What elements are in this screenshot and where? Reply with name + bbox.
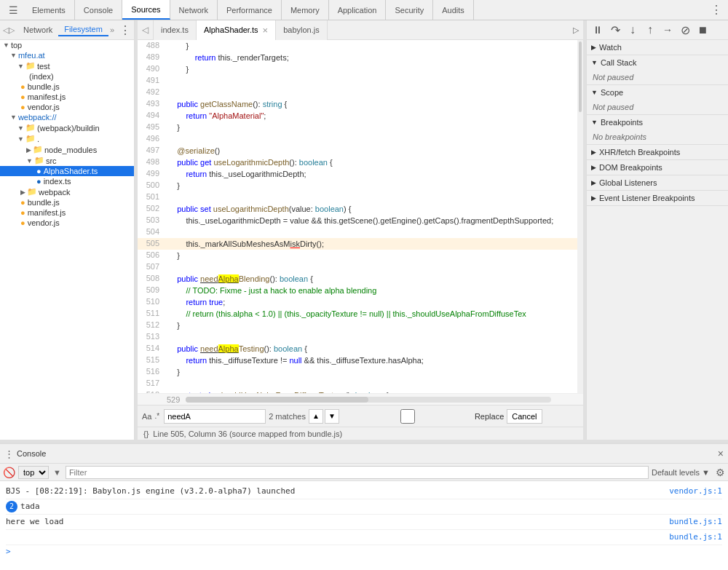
devtools-menu-icon[interactable]: ☰ (9, 4, 18, 16)
console-clear-button[interactable]: 🚫 (3, 465, 15, 480)
tab-application[interactable]: Application (329, 0, 387, 20)
find-cancel-button[interactable]: Cancel (507, 409, 542, 424)
tab-security[interactable]: Security (386, 0, 433, 20)
tab-babylon-js[interactable]: babylon.js (276, 20, 328, 40)
tree-item-mfeu[interactable]: ▼ mfeu.at (0, 50, 134, 60)
callstack-header[interactable]: ▼ Call Stack (587, 55, 728, 70)
chevron-down-icon: ▼ (26, 157, 33, 165)
log-text-bjs: BJS - [08:22:19]: Babylon.js engine (v3.… (6, 486, 669, 497)
debug-step-into-button[interactable]: ↓ (625, 22, 641, 38)
tree-item-index-html[interactable]: (index) (0, 71, 134, 82)
tree-item-webpack-buildin[interactable]: ▼ 📁 (webpack)/buildin (0, 122, 134, 133)
tab-alphashader-ts[interactable]: AlphaShader.ts × (197, 20, 276, 40)
tree-item-manifest-js[interactable]: ● manifest.js (0, 92, 134, 102)
event-breakpoints-header[interactable]: ▶ Event Listener Breakpoints (587, 191, 728, 205)
tree-item-node-modules[interactable]: ▶ 📁 node_modules (0, 144, 134, 155)
horizontal-scrollbar[interactable] (186, 397, 551, 403)
tab-performance[interactable]: Performance (218, 0, 282, 20)
tab-sources[interactable]: Sources (122, 0, 170, 20)
code-scrollbar[interactable] (577, 40, 583, 393)
chevron-down-icon: ▼ (3, 41, 9, 49)
global-listeners-header[interactable]: ▶ Global Listeners (587, 175, 728, 190)
file-js-icon: ● (20, 82, 25, 91)
console-close-button[interactable]: × (718, 448, 724, 459)
chevron-right-icon: ▶ (26, 146, 31, 154)
console-levels-select[interactable]: Default levels ▼ (652, 468, 710, 477)
file-js-icon: ● (20, 198, 25, 207)
debug-pause-button[interactable]: ⏸ (590, 22, 606, 38)
sources-menu-icon[interactable]: ⋮ (119, 23, 131, 37)
sources-tab-more[interactable]: » (110, 25, 114, 34)
tab-index-ts[interactable]: index.ts (154, 20, 197, 40)
console-prompt: > (6, 545, 722, 558)
chevron-right-icon: ▶ (591, 164, 596, 171)
tree-item-vendor2[interactable]: ● vendor.js (0, 218, 134, 228)
debug-step-button[interactable]: → (660, 22, 676, 38)
find-input[interactable] (164, 409, 266, 424)
tree-item-src[interactable]: ▼ 📁 src (0, 155, 134, 166)
console-filter-input[interactable] (66, 466, 649, 479)
breakpoints-header[interactable]: ▼ Breakpoints (587, 115, 728, 130)
code-line: 493 public getClassName(): string { (138, 98, 577, 110)
debug-step-out-button[interactable]: ↑ (642, 22, 658, 38)
code-line: 501 (138, 191, 577, 203)
find-next-button[interactable]: ▼ (325, 409, 339, 424)
hscroll-thumb[interactable] (186, 397, 368, 403)
tree-item-alphashader[interactable]: ● AlphaShader.ts (0, 166, 134, 176)
tree-item-webpack2[interactable]: ▶ 📁 webpack (0, 186, 134, 197)
code-line: 488 } (138, 40, 577, 52)
console-context-select[interactable]: top (18, 466, 49, 479)
more-tabs-icon[interactable]: ⋮ (711, 3, 722, 17)
editor-tab-overflow[interactable]: ▷ (569, 25, 583, 35)
tab-console[interactable]: Console (75, 0, 122, 20)
log-link-vendor[interactable]: vendor.js:1 (669, 486, 722, 497)
sources-tab-network[interactable]: Network (17, 24, 58, 36)
tree-item-top[interactable]: ▼ top (0, 40, 134, 50)
back-forward-icon[interactable]: ◁▷ (3, 25, 15, 35)
horizontal-scrollbar-area[interactable]: 529 (138, 393, 583, 405)
tree-item-index-ts[interactable]: ● index.ts (0, 176, 134, 186)
tree-label-src: src (46, 157, 57, 165)
log-link-bundle2[interactable]: bundle.js:1 (669, 531, 722, 543)
tree-item-test[interactable]: ▼ 📁 test (0, 60, 134, 71)
console-settings-left[interactable]: ⋮ (4, 448, 14, 459)
tab-network[interactable]: Network (170, 0, 218, 20)
tab-label-index-ts: index.ts (161, 25, 189, 34)
tree-label-vendor-js: vendor.js (28, 103, 60, 111)
chevron-down-icon: ▼ (17, 63, 24, 70)
tab-audits[interactable]: Audits (433, 0, 474, 20)
tree-item-bundle2[interactable]: ● bundle.js (0, 197, 134, 207)
debug-deactivate-button[interactable]: ⊘ (677, 22, 693, 38)
scope-header[interactable]: ▼ Scope (587, 85, 728, 100)
tree-label-webpack: webpack:// (18, 113, 57, 122)
folder-open-icon: 📁 (25, 123, 36, 132)
tree-item-manifest2[interactable]: ● manifest.js (0, 207, 134, 218)
debug-step-over-button[interactable]: ↷ (607, 22, 623, 38)
tree-item-vendor-js[interactable]: ● vendor.js (0, 102, 134, 112)
tree-label-bundle-js: bundle.js (28, 82, 60, 91)
console-settings-icon[interactable]: ⚙ (716, 467, 725, 478)
xhr-breakpoints-header[interactable]: ▶ XHR/fetch Breakpoints (587, 145, 728, 159)
watch-header[interactable]: ▶ Watch (587, 40, 728, 55)
debug-stop-button[interactable]: ⏹ (695, 22, 711, 38)
find-prev-button[interactable]: ▲ (309, 409, 323, 424)
find-replace-checkbox[interactable] (342, 409, 473, 424)
editor-left-arrow-icon[interactable]: ◁ (142, 25, 149, 35)
console-title[interactable]: Console (17, 449, 46, 458)
code-inner: 488 } 489 return this._renderTargets; 49… (138, 40, 577, 393)
scroll-thumb[interactable] (579, 41, 582, 112)
tab-elements[interactable]: Elements (23, 0, 75, 20)
status-braces-icon[interactable]: {} (143, 430, 149, 438)
debug-section-event: ▶ Event Listener Breakpoints (587, 191, 728, 206)
tab-close-alphashader[interactable]: × (263, 25, 269, 35)
sources-tab-filesystem[interactable]: Filesystem (58, 23, 108, 36)
tree-item-webpack[interactable]: ▼ webpack:// (0, 112, 134, 122)
file-ts-icon: ● (36, 167, 41, 175)
dom-breakpoints-header[interactable]: ▶ DOM Breakpoints (587, 160, 728, 175)
tree-item-dot[interactable]: ▼ 📁 . (0, 133, 134, 144)
folder-icon: 📁 (33, 145, 43, 154)
tab-memory[interactable]: Memory (282, 0, 329, 20)
log-link-bundle[interactable]: bundle.js:1 (669, 516, 722, 528)
tree-item-bundle-js[interactable]: ● bundle.js (0, 82, 134, 92)
watch-label: Watch (599, 43, 622, 52)
